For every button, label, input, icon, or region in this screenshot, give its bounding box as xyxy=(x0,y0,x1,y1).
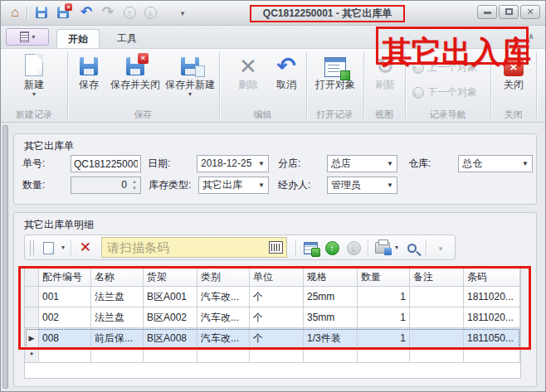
stock-type-combo[interactable]: 其它出库▼ xyxy=(198,177,269,194)
cancel-undo-icon: ↶ xyxy=(276,53,295,79)
col-part-no[interactable]: 配件编号 xyxy=(39,269,91,287)
printer-icon xyxy=(375,242,390,254)
row-selector-arrow: ▶ xyxy=(25,328,39,349)
col-category[interactable]: 类别 xyxy=(197,269,250,287)
more-options-button: ▾ xyxy=(431,238,451,258)
quick-save-close-button[interactable]: × xyxy=(54,4,72,21)
chevron-up-icon: ∧ xyxy=(528,31,534,41)
group-label-edit: 编辑 xyxy=(219,109,306,121)
barcode-icon xyxy=(269,241,283,254)
handler-label: 经办人: xyxy=(278,177,310,194)
col-spec[interactable]: 规格 xyxy=(304,269,358,287)
minimize-button[interactable] xyxy=(477,5,497,19)
form-title: 其它出库单 xyxy=(24,139,74,153)
close-window-button[interactable]: ✕ xyxy=(520,5,540,19)
save-close-button[interactable]: × 保存并关闭 xyxy=(109,51,162,108)
delete-x-icon: ✕ xyxy=(80,240,91,255)
refresh-icon: ↻ xyxy=(376,54,394,79)
col-qty[interactable]: 数量 xyxy=(358,269,410,287)
delete-x-icon: ✕ xyxy=(239,54,257,79)
redo-icon: ↷ xyxy=(102,4,114,20)
cancel-button[interactable]: ↶ 取消 xyxy=(268,51,305,108)
chevron-down-icon: ▼ xyxy=(256,177,266,193)
preview-button[interactable] xyxy=(402,238,422,258)
quick-access-dropdown[interactable]: ▾ xyxy=(173,4,192,21)
down-circle-icon: ↓ xyxy=(347,241,361,255)
group-label-record-nav: 记录导航 xyxy=(405,109,490,121)
col-shelf[interactable]: 货架 xyxy=(144,269,197,287)
quantity-stepper[interactable]: 0 ▲▼ xyxy=(71,177,141,194)
print-button[interactable] xyxy=(373,238,392,258)
chevron-down-icon: ▾ xyxy=(12,91,56,98)
app-menu-icon xyxy=(20,31,29,42)
new-page-icon xyxy=(43,242,54,254)
table-row[interactable]: 002 法兰盘 B区A002 汽车改... 个 35mm 1 1811020..… xyxy=(25,307,520,328)
table-new-row[interactable]: * xyxy=(25,349,520,363)
stock-type-label: 库存类型: xyxy=(149,177,191,194)
move-up-button[interactable]: ↑ xyxy=(322,238,342,258)
add-row-button[interactable] xyxy=(39,238,59,258)
toolbar-grip[interactable] xyxy=(30,240,34,255)
new-button[interactable]: 新建 ▾ xyxy=(12,51,56,108)
maximize-icon xyxy=(505,8,513,15)
warehouse-combo[interactable]: 总仓▼ xyxy=(458,155,533,172)
branch-label: 分店: xyxy=(278,155,300,172)
close-icon: ✕ xyxy=(526,7,534,17)
save-icon xyxy=(36,7,47,18)
order-no-field[interactable] xyxy=(71,155,141,172)
save-new-button[interactable]: 保存并新建 ▾ xyxy=(163,51,217,108)
group-label-close: 关闭 xyxy=(490,109,536,121)
open-object-button[interactable]: 打开对象 xyxy=(310,51,361,108)
date-combo[interactable]: 2018-12-25▼ xyxy=(197,155,269,172)
toolbar-separator xyxy=(27,7,27,20)
add-record-button[interactable] xyxy=(300,238,320,258)
chevron-down-icon[interactable]: ▾ xyxy=(61,244,65,251)
chevron-down-icon: ▼ xyxy=(385,156,395,172)
table-row[interactable]: 001 法兰盘 B区A001 汽车改... 个 25mm 1 1811020..… xyxy=(25,287,520,307)
order-no-label: 单号: xyxy=(22,155,45,172)
new-row-marker: * xyxy=(25,349,39,363)
prev-record-button[interactable]: ↑ xyxy=(120,4,139,21)
next-record-button[interactable]: ↓ xyxy=(141,4,159,21)
prev-object-button: ↑上一个对象 xyxy=(412,59,489,77)
undo-button[interactable]: ↶ xyxy=(77,4,95,21)
up-circle-icon: ↑ xyxy=(325,241,339,255)
detail-table: 配件编号 名称 货架 类别 单位 规格 数量 备注 条码 001 法兰盘 B区A… xyxy=(24,268,521,379)
app-menu-button[interactable]: ▾ xyxy=(6,28,49,46)
up-circle-icon: ↑ xyxy=(124,7,136,19)
col-name[interactable]: 名称 xyxy=(91,269,144,287)
close-record-button[interactable]: × 关闭 xyxy=(494,51,534,108)
redo-button[interactable]: ↷ xyxy=(99,4,117,21)
order-form-panel: 其它出库单 单号: 日期: 2018-12-25▼ 分店: 总店▼ 仓库: 总仓… xyxy=(13,133,537,205)
barcode-scan-box xyxy=(101,237,287,258)
table-row-selected[interactable]: ▶ 008 前后保... B区A008 汽车改... 个 1/3件装 1 181… xyxy=(25,328,520,349)
tab-start[interactable]: 开始 xyxy=(56,29,100,48)
collapse-ribbon-button[interactable]: ∧ xyxy=(524,30,539,43)
barcode-scan-input[interactable] xyxy=(102,238,286,257)
save-icon xyxy=(80,57,98,75)
delete-button: ✕ 删除 xyxy=(230,51,266,108)
save-new-icon xyxy=(181,57,199,75)
magnifier-icon xyxy=(407,244,417,253)
delete-row-button[interactable]: ✕ xyxy=(76,238,95,258)
title-bar: ⌂ × ↶ ↷ ↑ ↓ ▾ QC1812250001 - 其它出库单 ✕ xyxy=(1,1,545,26)
chevron-down-icon[interactable]: ▾ xyxy=(395,244,398,251)
minimize-icon xyxy=(484,12,491,14)
col-remark[interactable]: 备注 xyxy=(410,269,464,287)
save-button[interactable]: 保存 xyxy=(71,51,107,108)
spinner-arrows-icon[interactable]: ▲▼ xyxy=(129,178,139,192)
down-circle-icon: ↓ xyxy=(144,7,157,19)
maximize-button[interactable] xyxy=(499,5,519,19)
col-unit[interactable]: 单位 xyxy=(250,269,304,287)
handler-combo[interactable]: 管理员▼ xyxy=(327,177,397,194)
group-label-save: 保存 xyxy=(67,109,219,121)
branch-combo[interactable]: 总店▼ xyxy=(327,155,397,172)
home-icon[interactable]: ⌂ xyxy=(6,4,24,21)
date-label: 日期: xyxy=(148,155,170,172)
window-title: QC1812250001 - 其它出库单 xyxy=(251,7,403,21)
left-splitter[interactable] xyxy=(2,125,8,389)
ribbon: 新建 ▾ 保存 × 保存并关闭 保存并新建 ▾ ✕ 删除 ↶ 取消 打 xyxy=(1,48,545,123)
col-barcode[interactable]: 条码 xyxy=(464,269,520,287)
quick-save-button[interactable] xyxy=(32,4,51,21)
tab-tools[interactable]: 工具 xyxy=(105,29,149,48)
